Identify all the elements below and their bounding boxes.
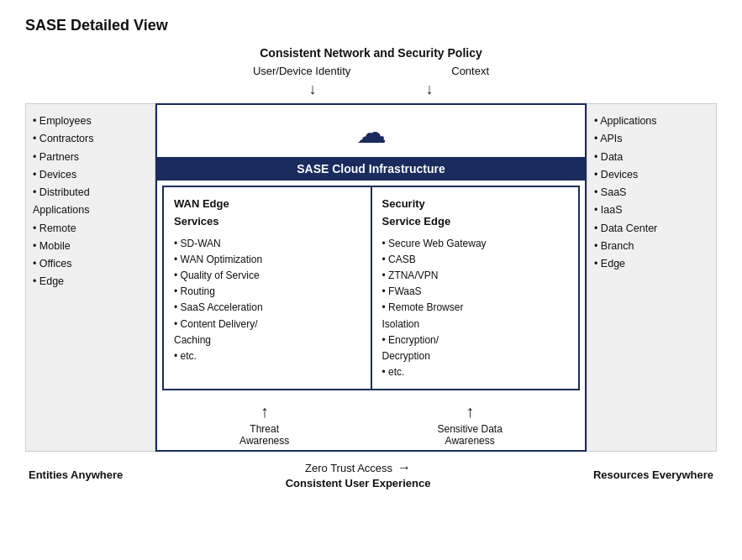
right-resource-item: Data Center: [594, 220, 709, 238]
bottom-center: Zero Trust Access → Consistent User Expe…: [286, 460, 431, 489]
wan-item: etc.: [174, 348, 360, 364]
arrow-down-right: ↓: [426, 81, 434, 98]
top-sublabel-left: User/Device Identity: [253, 65, 350, 77]
arrow-right-icon: →: [397, 460, 411, 475]
right-resource-item: SaaS: [594, 184, 709, 201]
sase-header: SASE Cloud Infrastructure: [157, 157, 585, 181]
security-item: ZTNA/VPN: [382, 268, 569, 284]
resources-everywhere-label: Resources Everywhere: [593, 468, 713, 481]
left-entity-item: Edge: [33, 273, 148, 290]
top-main-label: Consistent Network and Security Policy: [260, 46, 482, 60]
consistent-experience-label: Consistent User Experience: [286, 477, 431, 489]
left-entity-item: Mobile: [33, 238, 148, 255]
security-edge-panel: SecurityService Edge Secure Web GatewayC…: [372, 187, 579, 389]
security-title: SecurityService Edge: [382, 196, 569, 231]
right-resource-item: APIs: [594, 130, 709, 148]
security-item: etc.: [382, 364, 569, 380]
wan-title: WAN EdgeServices: [174, 196, 360, 231]
page-title: SASE Detailed View: [25, 17, 717, 34]
left-entity-item: Employees: [33, 113, 148, 130]
right-resource-item: Applications: [594, 113, 709, 130]
resources-panel: ApplicationsAPIsDataDevicesSaaSIaaSData …: [587, 103, 717, 452]
wan-item: Routing: [174, 284, 360, 300]
left-entity-item: Partners: [33, 149, 148, 166]
security-item: FWaaS: [382, 284, 569, 300]
left-entity-item: Devices: [33, 166, 148, 184]
entities-panel: EmployeesContractorsPartnersDevicesDistr…: [25, 103, 155, 452]
entities-anywhere-label: Entities Anywhere: [29, 468, 123, 481]
cloud-icon: ☁: [356, 115, 387, 150]
right-resource-item: IaaS: [594, 201, 709, 219]
right-resource-item: Data: [594, 149, 709, 166]
security-item: Secure Web Gateway: [382, 236, 569, 252]
arrow-down-left: ↓: [309, 81, 317, 98]
security-item: Remote BrowserIsolation: [382, 300, 569, 332]
right-resource-item: Devices: [594, 166, 709, 184]
sase-cloud-box: ☁ SASE Cloud Infrastructure WAN EdgeServ…: [155, 103, 587, 452]
top-sublabel-right: Context: [451, 65, 489, 77]
wan-item: SaaS Acceleration: [174, 300, 360, 316]
wan-edge-panel: WAN EdgeServices SD-WANWAN OptimizationQ…: [164, 187, 372, 389]
security-item: CASB: [382, 252, 569, 268]
right-resource-item: Branch: [594, 238, 709, 255]
threat-awareness: ↑ ThreatAwareness: [239, 402, 289, 447]
left-entity-item: Contractors: [33, 130, 148, 148]
zero-trust-label: Zero Trust Access: [305, 462, 392, 474]
wan-item: WAN Optimization: [174, 252, 360, 268]
wan-item: SD-WAN: [174, 236, 360, 252]
right-resource-item: Edge: [594, 255, 709, 273]
left-entity-item: Offices: [33, 255, 148, 273]
left-entity-item: DistributedApplications: [33, 184, 148, 220]
left-entity-item: Remote: [33, 220, 148, 238]
security-item: Encryption/Decryption: [382, 332, 569, 364]
sensitive-data-awareness: ↑ Sensitive DataAwareness: [438, 402, 503, 447]
wan-item: Quality of Service: [174, 268, 360, 284]
wan-item: Content Delivery/Caching: [174, 317, 360, 348]
